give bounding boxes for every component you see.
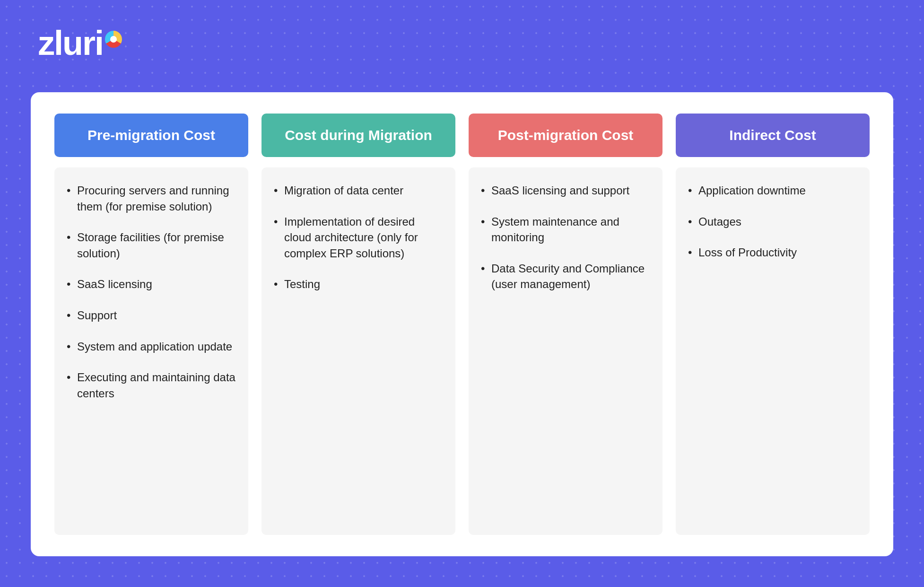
list-item: Outages [688, 214, 857, 230]
column-during-migration: Cost during MigrationMigration of data c… [262, 114, 455, 535]
column-header-text-pre-migration: Pre-migration Cost [87, 127, 215, 144]
logo-icon [105, 31, 122, 48]
column-list-indirect: Application downtimeOutagesLoss of Produ… [688, 183, 857, 261]
column-body-post-migration: SaaS licensing and supportSystem mainten… [469, 167, 662, 535]
main-card: Pre-migration CostProcuring servers and … [31, 92, 893, 556]
list-item: Application downtime [688, 183, 857, 199]
column-list-during-migration: Migration of data centerImplementation o… [274, 183, 443, 292]
column-header-text-during-migration: Cost during Migration [285, 127, 432, 144]
column-post-migration: Post-migration CostSaaS licensing and su… [469, 114, 662, 535]
column-list-post-migration: SaaS licensing and supportSystem mainten… [481, 183, 650, 292]
list-item: Loss of Productivity [688, 245, 857, 261]
logo-text: zluri [38, 26, 103, 60]
column-indirect: Indirect CostApplication downtimeOutages… [676, 114, 870, 535]
column-header-text-post-migration: Post-migration Cost [498, 127, 634, 144]
column-header-text-indirect: Indirect Cost [729, 127, 816, 144]
column-header-during-migration: Cost during Migration [262, 114, 455, 157]
list-item: Procuring servers and running them (for … [67, 183, 236, 214]
list-item: Data Security and Compliance (user manag… [481, 261, 650, 292]
list-item: System maintenance and monitoring [481, 214, 650, 245]
list-item: SaaS licensing [67, 276, 236, 292]
list-item: Storage facilities (for premise solution… [67, 229, 236, 261]
column-pre-migration: Pre-migration CostProcuring servers and … [54, 114, 248, 535]
logo: zluri [38, 26, 122, 60]
column-body-during-migration: Migration of data centerImplementation o… [262, 167, 455, 535]
list-item: SaaS licensing and support [481, 183, 650, 199]
column-body-pre-migration: Procuring servers and running them (for … [54, 167, 248, 535]
list-item: Migration of data center [274, 183, 443, 199]
column-list-pre-migration: Procuring servers and running them (for … [67, 183, 236, 401]
column-header-pre-migration: Pre-migration Cost [54, 114, 248, 157]
list-item: Testing [274, 276, 443, 292]
list-item: Implementation of desired cloud architec… [274, 214, 443, 262]
column-header-indirect: Indirect Cost [676, 114, 870, 157]
list-item: Support [67, 307, 236, 324]
list-item: System and application update [67, 339, 236, 355]
column-body-indirect: Application downtimeOutagesLoss of Produ… [676, 167, 870, 535]
column-header-post-migration: Post-migration Cost [469, 114, 662, 157]
list-item: Executing and maintaining data centers [67, 369, 236, 401]
